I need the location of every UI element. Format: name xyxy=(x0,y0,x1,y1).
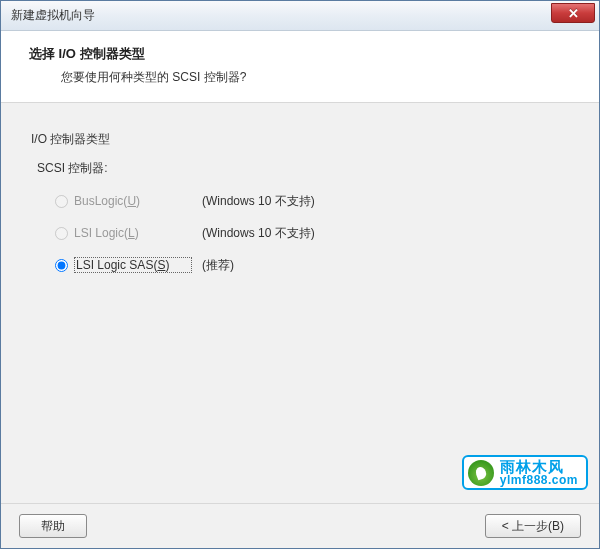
button-bar: 帮助 < 上一步(B) xyxy=(1,503,599,548)
radio-note-lsilogic: (Windows 10 不支持) xyxy=(202,225,315,242)
radio-note-buslogic: (Windows 10 不支持) xyxy=(202,193,315,210)
wizard-content: I/O 控制器类型 SCSI 控制器: BusLogic(U) (Windows… xyxy=(1,103,599,503)
radio-option-lsilogicsas[interactable]: LSI Logic SAS(S) (推荐) xyxy=(55,255,569,275)
radio-label-lsilogic: LSI Logic(L) xyxy=(74,226,192,240)
watermark-text: 雨林木风 ylmf888.com xyxy=(500,459,578,486)
scsi-controller-label: SCSI 控制器: xyxy=(31,160,569,177)
watermark-cn: 雨林木风 xyxy=(500,459,578,474)
header-subtitle: 您要使用何种类型的 SCSI 控制器? xyxy=(29,69,579,86)
watermark-url: ylmf888.com xyxy=(500,474,578,486)
window-title: 新建虚拟机向导 xyxy=(11,7,95,24)
header-title: 选择 I/O 控制器类型 xyxy=(29,45,579,63)
radio-label-buslogic: BusLogic(U) xyxy=(74,194,192,208)
controller-type-label: I/O 控制器类型 xyxy=(31,131,569,148)
close-button[interactable]: ✕ xyxy=(551,3,595,23)
nav-buttons: < 上一步(B) xyxy=(485,514,581,538)
back-button[interactable]: < 上一步(B) xyxy=(485,514,581,538)
titlebar: 新建虚拟机向导 ✕ xyxy=(1,1,599,31)
radio-buslogic xyxy=(55,195,68,208)
radio-note-lsilogicsas: (推荐) xyxy=(202,257,234,274)
radio-lsilogicsas[interactable] xyxy=(55,259,68,272)
scsi-radio-group: BusLogic(U) (Windows 10 不支持) LSI Logic(L… xyxy=(31,191,569,275)
radio-lsilogic xyxy=(55,227,68,240)
radio-option-lsilogic: LSI Logic(L) (Windows 10 不支持) xyxy=(55,223,569,243)
leaf-icon xyxy=(468,460,494,486)
wizard-header: 选择 I/O 控制器类型 您要使用何种类型的 SCSI 控制器? xyxy=(1,31,599,103)
radio-label-lsilogicsas: LSI Logic SAS(S) xyxy=(74,257,192,273)
watermark-badge: 雨林木风 ylmf888.com xyxy=(462,455,588,490)
radio-option-buslogic: BusLogic(U) (Windows 10 不支持) xyxy=(55,191,569,211)
help-button[interactable]: 帮助 xyxy=(19,514,87,538)
close-icon: ✕ xyxy=(568,6,579,21)
